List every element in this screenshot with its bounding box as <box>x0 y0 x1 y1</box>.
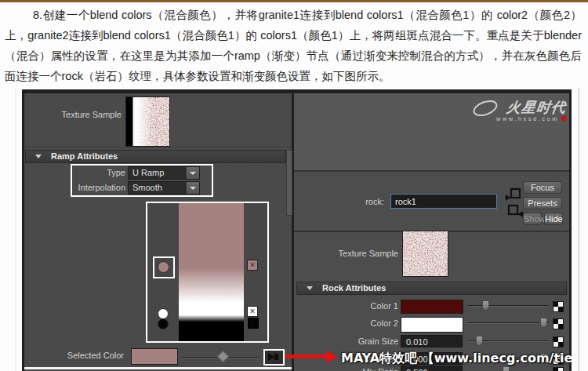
chevron-down-icon[interactable] <box>186 182 199 194</box>
selected-color-label: Selected Color <box>54 351 124 360</box>
texture-map-checker-button[interactable] <box>553 318 564 329</box>
slider-diamond-handle[interactable] <box>217 351 230 363</box>
texture-map-checker-button[interactable] <box>553 367 564 371</box>
chevron-down-icon[interactable] <box>186 167 199 179</box>
rock-field-label: rock: <box>325 197 384 206</box>
ramp-gradient-strip[interactable] <box>179 203 244 341</box>
texture-map-checker-button[interactable] <box>553 301 564 312</box>
grain-size-field[interactable]: 0.010 <box>401 335 463 347</box>
selected-color-slider[interactable] <box>182 352 259 362</box>
ramp-delete-marker-icon[interactable]: ✕ <box>247 260 258 271</box>
ramp-attribute-panel: Texture Sample Ramp Attributes Type U Ra… <box>24 93 292 371</box>
logo-text: 火星时代 <box>505 98 567 117</box>
type-label: Type <box>71 168 125 177</box>
color2-swatch[interactable] <box>401 317 463 333</box>
granite-noise <box>403 231 448 276</box>
red-annotation-arrow-head <box>326 351 338 363</box>
rock-attributes-header[interactable]: Rock Attributes <box>296 282 567 295</box>
color1-swatch[interactable] <box>401 300 463 314</box>
interpolation-label: Interpolation <box>48 183 125 192</box>
page-left-guide-line <box>15 88 16 371</box>
slider-handle[interactable] <box>482 300 489 311</box>
slider-track <box>467 305 549 307</box>
maya-screenshot: Texture Sample Ramp Attributes Type U Ra… <box>22 89 572 371</box>
rock-attributes-title: Rock Attributes <box>322 283 387 293</box>
tutorial-paragraph: 8.创建一个blend colors（混合颜色），并将granite1连接到bl… <box>5 5 582 86</box>
mix-ratio-label: Mix Ratio <box>325 367 398 371</box>
slider-track <box>467 322 549 324</box>
divider <box>294 170 569 172</box>
color1-label: Color 1 <box>325 301 398 311</box>
type-dropdown-value: U Ramp <box>132 168 164 177</box>
divider <box>24 147 292 147</box>
ramp-marker-selected[interactable] <box>158 261 169 273</box>
grain-size-label: Grain Size <box>325 336 398 346</box>
ramp-attributes-header[interactable]: Ramp Attributes <box>25 150 286 163</box>
red-annotation-arrow <box>285 355 326 358</box>
ramp-gradient-editor: ✕ ✕ <box>146 202 269 343</box>
show-button[interactable]: Show <box>523 213 542 225</box>
hide-button[interactable]: Hide <box>544 213 563 225</box>
linecg-watermark: MAYA特效吧 【www.linecg.com/tieba/1745】 <box>341 351 572 367</box>
rock-texture-sample-label: Texture Sample <box>304 249 398 258</box>
top-accent-bar <box>0 0 588 2</box>
connect-texture-icon <box>267 352 280 362</box>
collapse-triangle-icon[interactable] <box>307 286 313 290</box>
ramp-black-square-marker[interactable] <box>248 318 259 329</box>
cutoff-highlight-line <box>24 367 292 369</box>
interpolation-dropdown[interactable]: Smooth <box>128 181 200 195</box>
slider-handle[interactable] <box>476 336 483 346</box>
grain-size-slider[interactable] <box>467 336 549 346</box>
input-connection-icon[interactable] <box>504 187 521 202</box>
hxsd-logo: 火星时代 www.hxsd.com <box>486 98 566 122</box>
ramp-delete-marker-icon[interactable]: ✕ <box>247 306 258 317</box>
ramp-attributes-title: Ramp Attributes <box>51 151 118 161</box>
ramp-marker-white[interactable] <box>158 308 169 319</box>
collapse-triangle-icon[interactable] <box>35 155 42 158</box>
color2-label: Color 2 <box>325 318 398 328</box>
texture-fade-overlay <box>126 97 169 146</box>
slider-handle[interactable] <box>540 318 547 328</box>
rock-attribute-panel: 火星时代 www.hxsd.com rock: Focus Presets Sh… <box>294 93 569 371</box>
presets-button[interactable]: Presets <box>523 197 562 209</box>
color1-slider[interactable] <box>467 300 549 311</box>
ramp-texture-sample-label: Texture Sample <box>28 110 122 119</box>
ramp-texture-sample-preview <box>125 96 170 147</box>
map-button-highlight-box[interactable] <box>263 349 285 366</box>
logo-swoosh-icon <box>472 98 499 117</box>
interpolation-dropdown-value: Smooth <box>132 183 162 192</box>
panel-scrollbar-gutter[interactable] <box>286 150 292 216</box>
color2-slider[interactable] <box>467 318 549 328</box>
page-scrollbar-line[interactable] <box>578 88 579 371</box>
rock-name-input[interactable] <box>390 194 497 209</box>
ramp-marker-black[interactable] <box>158 318 169 329</box>
selected-marker-highlight-box <box>153 256 175 278</box>
texture-map-checker-button[interactable] <box>553 336 564 347</box>
output-connection-icon[interactable] <box>507 204 524 218</box>
page-root: { "page": { "paragraph": "8.创建一个blend co… <box>0 0 588 371</box>
focus-button[interactable]: Focus <box>523 181 562 194</box>
selected-color-swatch[interactable] <box>131 348 178 365</box>
type-dropdown[interactable]: U Ramp <box>128 166 200 180</box>
rock-texture-sample-preview <box>402 231 448 277</box>
